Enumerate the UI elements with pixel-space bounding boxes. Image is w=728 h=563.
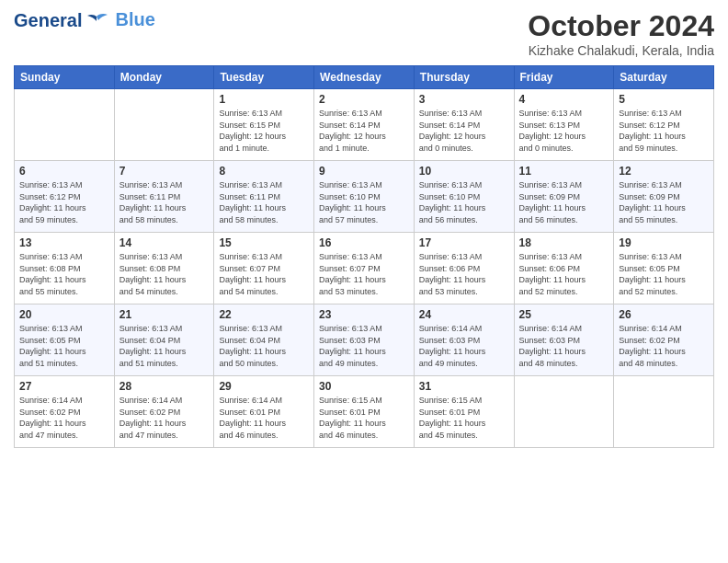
day-info: Sunrise: 6:13 AM Sunset: 6:09 PM Dayligh… xyxy=(519,179,609,225)
month-title: October 2024 xyxy=(528,9,714,43)
col-sunday: Sunday xyxy=(15,66,115,89)
calendar-table: Sunday Monday Tuesday Wednesday Thursday… xyxy=(14,65,714,448)
location: Kizhake Chalakudi, Kerala, India xyxy=(528,43,714,58)
table-row: 1Sunrise: 6:13 AM Sunset: 6:15 PM Daylig… xyxy=(214,89,314,161)
table-row: 23Sunrise: 6:13 AM Sunset: 6:03 PM Dayli… xyxy=(314,304,415,376)
table-row: 11Sunrise: 6:13 AM Sunset: 6:09 PM Dayli… xyxy=(514,161,614,233)
day-number: 25 xyxy=(519,308,609,321)
calendar-week-row: 13Sunrise: 6:13 AM Sunset: 6:08 PM Dayli… xyxy=(15,233,714,304)
day-info: Sunrise: 6:13 AM Sunset: 6:09 PM Dayligh… xyxy=(619,179,709,225)
day-info: Sunrise: 6:13 AM Sunset: 6:08 PM Dayligh… xyxy=(119,251,210,297)
page-header: General Blue October 2024 Kizhake Chalak… xyxy=(14,9,714,58)
table-row: 15Sunrise: 6:13 AM Sunset: 6:07 PM Dayli… xyxy=(214,233,314,304)
day-info: Sunrise: 6:15 AM Sunset: 6:01 PM Dayligh… xyxy=(319,395,409,441)
calendar-week-row: 6Sunrise: 6:13 AM Sunset: 6:12 PM Daylig… xyxy=(15,161,714,233)
table-row: 21Sunrise: 6:13 AM Sunset: 6:04 PM Dayli… xyxy=(114,304,214,376)
calendar-week-row: 1Sunrise: 6:13 AM Sunset: 6:15 PM Daylig… xyxy=(15,89,714,161)
day-info: Sunrise: 6:13 AM Sunset: 6:07 PM Dayligh… xyxy=(219,251,309,297)
logo: General Blue xyxy=(14,9,155,30)
table-row: 12Sunrise: 6:13 AM Sunset: 6:09 PM Dayli… xyxy=(614,161,714,233)
day-number: 26 xyxy=(619,308,709,321)
day-info: Sunrise: 6:15 AM Sunset: 6:01 PM Dayligh… xyxy=(419,395,509,441)
day-info: Sunrise: 6:14 AM Sunset: 6:01 PM Dayligh… xyxy=(219,395,309,441)
table-row xyxy=(15,89,115,161)
table-row: 9Sunrise: 6:13 AM Sunset: 6:10 PM Daylig… xyxy=(314,161,415,233)
day-info: Sunrise: 6:14 AM Sunset: 6:02 PM Dayligh… xyxy=(619,323,709,369)
day-number: 16 xyxy=(319,236,409,249)
table-row: 14Sunrise: 6:13 AM Sunset: 6:08 PM Dayli… xyxy=(114,233,214,304)
day-info: Sunrise: 6:13 AM Sunset: 6:14 PM Dayligh… xyxy=(319,108,409,154)
day-info: Sunrise: 6:13 AM Sunset: 6:12 PM Dayligh… xyxy=(619,108,709,154)
day-info: Sunrise: 6:14 AM Sunset: 6:02 PM Dayligh… xyxy=(119,395,210,441)
day-info: Sunrise: 6:13 AM Sunset: 6:15 PM Dayligh… xyxy=(219,108,309,154)
table-row xyxy=(514,376,614,448)
table-row: 8Sunrise: 6:13 AM Sunset: 6:11 PM Daylig… xyxy=(214,161,314,233)
day-number: 19 xyxy=(619,236,709,249)
col-monday: Monday xyxy=(114,66,214,89)
day-number: 3 xyxy=(419,93,509,106)
col-friday: Friday xyxy=(514,66,614,89)
calendar-header-row: Sunday Monday Tuesday Wednesday Thursday… xyxy=(15,66,714,89)
table-row: 27Sunrise: 6:14 AM Sunset: 6:02 PM Dayli… xyxy=(15,376,115,448)
day-number: 11 xyxy=(519,165,609,178)
day-number: 24 xyxy=(419,308,509,321)
day-number: 20 xyxy=(19,308,109,321)
logo-line2: Blue xyxy=(115,9,154,30)
col-saturday: Saturday xyxy=(614,66,714,89)
table-row: 4Sunrise: 6:13 AM Sunset: 6:13 PM Daylig… xyxy=(514,89,614,161)
day-info: Sunrise: 6:14 AM Sunset: 6:02 PM Dayligh… xyxy=(19,395,109,441)
table-row: 31Sunrise: 6:15 AM Sunset: 6:01 PM Dayli… xyxy=(414,376,514,448)
table-row: 28Sunrise: 6:14 AM Sunset: 6:02 PM Dayli… xyxy=(114,376,214,448)
day-info: Sunrise: 6:13 AM Sunset: 6:05 PM Dayligh… xyxy=(619,251,709,297)
day-number: 1 xyxy=(219,93,309,106)
calendar-week-row: 20Sunrise: 6:13 AM Sunset: 6:05 PM Dayli… xyxy=(15,304,714,376)
day-info: Sunrise: 6:14 AM Sunset: 6:03 PM Dayligh… xyxy=(419,323,509,369)
day-info: Sunrise: 6:13 AM Sunset: 6:04 PM Dayligh… xyxy=(119,323,210,369)
table-row: 18Sunrise: 6:13 AM Sunset: 6:06 PM Dayli… xyxy=(514,233,614,304)
day-info: Sunrise: 6:13 AM Sunset: 6:08 PM Dayligh… xyxy=(19,251,109,297)
day-number: 2 xyxy=(319,93,409,106)
table-row: 13Sunrise: 6:13 AM Sunset: 6:08 PM Dayli… xyxy=(15,233,115,304)
title-section: October 2024 Kizhake Chalakudi, Kerala, … xyxy=(528,9,714,58)
table-row xyxy=(614,376,714,448)
day-number: 13 xyxy=(19,236,109,249)
table-row: 17Sunrise: 6:13 AM Sunset: 6:06 PM Dayli… xyxy=(414,233,514,304)
table-row: 2Sunrise: 6:13 AM Sunset: 6:14 PM Daylig… xyxy=(314,89,415,161)
day-info: Sunrise: 6:13 AM Sunset: 6:14 PM Dayligh… xyxy=(419,108,509,154)
day-number: 30 xyxy=(319,380,409,393)
table-row: 22Sunrise: 6:13 AM Sunset: 6:04 PM Dayli… xyxy=(214,304,314,376)
day-info: Sunrise: 6:13 AM Sunset: 6:07 PM Dayligh… xyxy=(319,251,409,297)
table-row: 25Sunrise: 6:14 AM Sunset: 6:03 PM Dayli… xyxy=(514,304,614,376)
day-number: 4 xyxy=(519,93,609,106)
calendar-week-row: 27Sunrise: 6:14 AM Sunset: 6:02 PM Dayli… xyxy=(15,376,714,448)
table-row xyxy=(114,89,214,161)
day-info: Sunrise: 6:13 AM Sunset: 6:06 PM Dayligh… xyxy=(519,251,609,297)
table-row: 26Sunrise: 6:14 AM Sunset: 6:02 PM Dayli… xyxy=(614,304,714,376)
day-info: Sunrise: 6:13 AM Sunset: 6:06 PM Dayligh… xyxy=(419,251,509,297)
day-number: 9 xyxy=(319,165,409,178)
day-info: Sunrise: 6:13 AM Sunset: 6:12 PM Dayligh… xyxy=(19,179,109,225)
day-number: 7 xyxy=(119,165,210,178)
day-number: 14 xyxy=(119,236,210,249)
table-row: 19Sunrise: 6:13 AM Sunset: 6:05 PM Dayli… xyxy=(614,233,714,304)
day-number: 27 xyxy=(19,380,109,393)
day-number: 18 xyxy=(519,236,609,249)
day-number: 12 xyxy=(619,165,709,178)
logo-line1: General xyxy=(14,10,109,30)
day-number: 22 xyxy=(219,308,309,321)
day-number: 15 xyxy=(219,236,309,249)
day-info: Sunrise: 6:13 AM Sunset: 6:11 PM Dayligh… xyxy=(219,179,309,225)
day-info: Sunrise: 6:13 AM Sunset: 6:10 PM Dayligh… xyxy=(319,179,409,225)
col-tuesday: Tuesday xyxy=(214,66,314,89)
table-row: 16Sunrise: 6:13 AM Sunset: 6:07 PM Dayli… xyxy=(314,233,415,304)
day-info: Sunrise: 6:13 AM Sunset: 6:13 PM Dayligh… xyxy=(519,108,609,154)
table-row: 7Sunrise: 6:13 AM Sunset: 6:11 PM Daylig… xyxy=(114,161,214,233)
col-thursday: Thursday xyxy=(414,66,514,89)
table-row: 5Sunrise: 6:13 AM Sunset: 6:12 PM Daylig… xyxy=(614,89,714,161)
col-wednesday: Wednesday xyxy=(314,66,415,89)
day-info: Sunrise: 6:13 AM Sunset: 6:11 PM Dayligh… xyxy=(119,179,210,225)
table-row: 24Sunrise: 6:14 AM Sunset: 6:03 PM Dayli… xyxy=(414,304,514,376)
day-number: 17 xyxy=(419,236,509,249)
day-number: 23 xyxy=(319,308,409,321)
table-row: 6Sunrise: 6:13 AM Sunset: 6:12 PM Daylig… xyxy=(15,161,115,233)
